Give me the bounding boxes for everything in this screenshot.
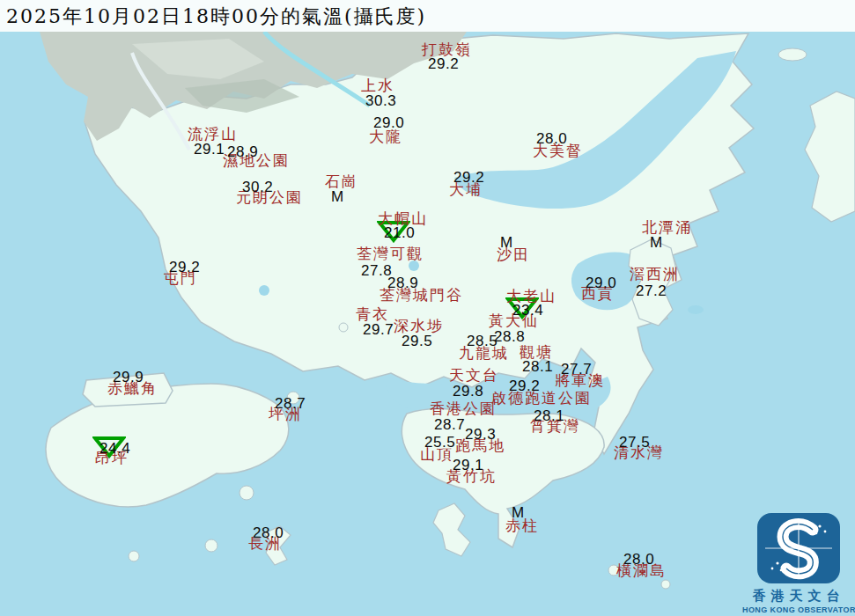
station-value: 28.1 (534, 408, 564, 423)
hong-kong-map (0, 0, 855, 616)
station-value: M (331, 189, 344, 204)
station-value: 29.1 (453, 458, 483, 473)
station-value: 21.0 (384, 225, 415, 240)
station-value: 30.2 (242, 180, 273, 194)
station-value: 28.0 (253, 525, 284, 540)
station-value: 29.5 (402, 334, 432, 348)
small-island (339, 323, 348, 332)
station-value: 30.3 (365, 93, 396, 108)
station-value: 23.4 (512, 303, 543, 318)
station-name: 滘西洲 (630, 267, 680, 282)
small-island (661, 580, 670, 589)
small-island (129, 551, 139, 561)
station-value: 29.0 (586, 275, 616, 290)
station-value: 28.1 (522, 359, 553, 374)
title-bar: 2025年10月02日18時00分的氣溫(攝氏度) (0, 0, 855, 32)
station-value: 28.0 (623, 552, 654, 567)
station-name: 啟德跑道公園 (491, 391, 592, 407)
reservoir (259, 285, 269, 296)
reservoir (688, 305, 704, 314)
small-island (240, 486, 254, 500)
station-value: 29.2 (169, 260, 200, 275)
station-value: 28.7 (275, 396, 306, 411)
hko-logo: 香港天文台 HONG KONG OBSERVATORY (742, 512, 855, 614)
temperature-map: 2025年10月02日18時00分的氣溫(攝氏度) 29.2打鼓嶺30.3上水2… (0, 0, 855, 616)
station-value: 29.8 (453, 384, 483, 399)
station-value: 25.5 (424, 435, 455, 450)
station-value: 29.0 (373, 115, 404, 130)
station-value: 28.0 (536, 131, 567, 146)
map-title: 2025年10月02日18時00分的氣溫(攝氏度) (6, 4, 426, 30)
station-value: 27.7 (561, 362, 592, 377)
station-value: 28.7 (434, 417, 465, 432)
station-value: M (650, 235, 663, 250)
station-name: 香港公園 (430, 401, 497, 417)
hko-logo-chinese: 香港天文台 (742, 588, 855, 605)
station-name: 天文台 (449, 368, 499, 384)
station-name: 荃灣可觀 (357, 246, 424, 262)
station-value: 29.1 (194, 142, 225, 157)
station-value: 29.9 (113, 370, 144, 385)
small-island (778, 48, 807, 61)
station-value: 29.2 (453, 170, 484, 185)
hko-logo-english: HONG KONG OBSERVATORY (742, 605, 855, 614)
station-value: 27.2 (636, 283, 667, 298)
station-value: 29.7 (363, 322, 394, 337)
station-value: 28.9 (227, 144, 258, 159)
station-name: 大隴 (369, 129, 402, 145)
station-value: 29.2 (509, 378, 540, 393)
station-value: 24.4 (100, 441, 130, 456)
station-value: M (512, 505, 525, 520)
station-value: 27.5 (619, 435, 650, 450)
station-value: M (500, 235, 513, 250)
station-value: 29.2 (428, 56, 459, 71)
station-value: 28.9 (387, 275, 418, 290)
station-value: 28.5 (467, 334, 498, 348)
station-value: 29.3 (465, 427, 496, 442)
station-value: 28.8 (494, 329, 525, 344)
hko-logo-icon (756, 512, 841, 584)
small-island (205, 539, 217, 552)
